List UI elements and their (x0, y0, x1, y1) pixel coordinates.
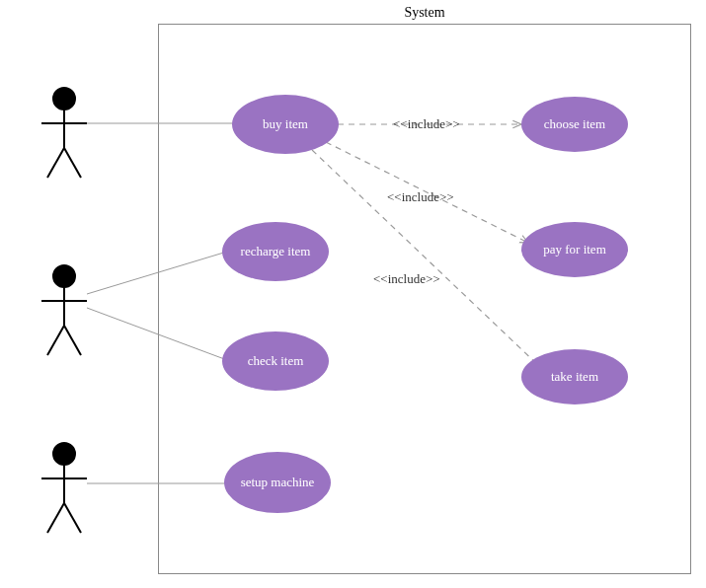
svg-line-13 (47, 503, 64, 533)
include-label-1: <<include>> (393, 116, 460, 132)
include-label-3: <<include>> (373, 271, 440, 287)
actor-operator (41, 265, 87, 355)
usecase-label: take item (551, 369, 598, 385)
svg-point-10 (53, 443, 75, 465)
svg-point-0 (53, 88, 75, 110)
svg-line-8 (47, 326, 64, 355)
usecase-choose-item: choose item (521, 97, 628, 152)
usecase-label: choose item (544, 116, 605, 132)
usecase-setup-machine: setup machine (224, 452, 331, 513)
usecase-buy-item: buy item (232, 95, 339, 154)
actor-customer (41, 88, 87, 178)
usecase-pay-for-item: pay for item (521, 222, 628, 277)
actor-technician (41, 443, 87, 533)
usecase-label: setup machine (241, 475, 315, 490)
include-label-2: <<include>> (387, 189, 454, 205)
system-label: System (375, 5, 474, 21)
svg-line-3 (47, 148, 64, 178)
usecase-label: recharge item (241, 244, 311, 259)
svg-line-4 (64, 148, 81, 178)
svg-line-14 (64, 503, 81, 533)
usecase-label: pay for item (543, 242, 606, 257)
svg-line-9 (64, 326, 81, 355)
svg-point-5 (53, 265, 75, 287)
usecase-label: buy item (263, 116, 308, 132)
usecase-recharge-item: recharge item (222, 222, 329, 281)
usecase-take-item: take item (521, 349, 628, 404)
usecase-label: check item (248, 353, 304, 369)
usecase-check-item: check item (222, 331, 329, 391)
